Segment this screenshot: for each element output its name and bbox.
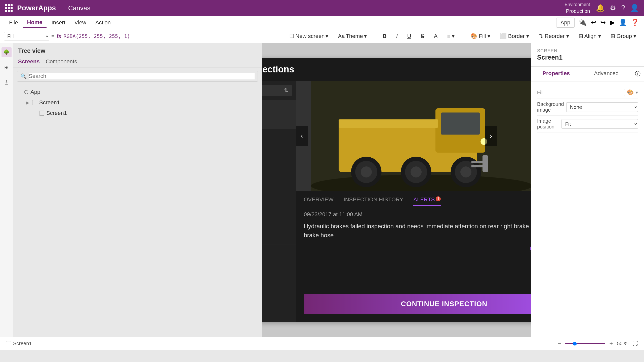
menu-action[interactable]: Action [91, 18, 115, 27]
info-icon[interactable]: ⓘ [631, 67, 644, 81]
app-icon: ⬡ [24, 89, 28, 95]
truck-id-2: 1ABYF [262, 163, 292, 170]
undo-icon[interactable]: ↩ [591, 19, 596, 26]
alert-text: Hydraulic brakes failed inspection and n… [304, 222, 531, 240]
align-btn[interactable]: ⊞ Align ▾ [575, 31, 605, 41]
prev-image-btn[interactable]: ‹ [296, 126, 308, 146]
help-icon[interactable]: ? [621, 4, 625, 12]
truck-item-5[interactable]: 🚛 3ABHH Bay - B09 [262, 245, 296, 270]
bell-icon[interactable]: 🔔 [596, 4, 605, 12]
group-btn[interactable]: ⊞ Group ▾ [607, 31, 640, 41]
user-avatar-top[interactable]: 👤 [630, 4, 639, 12]
redo-icon[interactable]: ↪ [600, 19, 606, 26]
image-pos-select[interactable]: Fit [561, 119, 638, 129]
play-icon[interactable]: ▶ [610, 19, 615, 26]
separator [304, 256, 531, 256]
treeview-icon[interactable]: 🌳 [2, 47, 12, 57]
tree-items: ⬡ App ▶ Screen1 Screen1 [13, 85, 262, 337]
top-bar: PowerApps Canvas Environment Production … [0, 0, 644, 16]
properties-tab[interactable]: Properties [531, 67, 581, 81]
user-icon[interactable]: 👤 [619, 19, 627, 26]
strikethrough-btn[interactable]: S̶ [417, 31, 428, 41]
tree-tabs: Screens Components [13, 56, 262, 68]
menu-file[interactable]: File [5, 18, 22, 27]
zoom-slider[interactable] [565, 343, 605, 344]
share-icon[interactable]: ❓ [631, 19, 639, 26]
screen1-checkbox[interactable] [32, 100, 37, 105]
underline-btn[interactable]: U [404, 31, 415, 41]
truck-item-1[interactable]: 🚛 1VSWQ Bay - B52 In progress [262, 129, 296, 158]
menu-insert[interactable]: Insert [48, 18, 69, 27]
search-input[interactable] [29, 73, 255, 79]
main-image: ‹ › [296, 81, 531, 191]
data-icon[interactable]: 🗄 [2, 77, 12, 87]
truck-id-5: 3ABHH [262, 251, 292, 258]
truck-id-0: 1ABYD [262, 105, 292, 112]
truck-item-4[interactable]: 🚛 1BBWF Bay - F11 Complete [262, 216, 296, 245]
fill-select[interactable]: Fill [4, 32, 49, 40]
bold-btn[interactable]: B [379, 31, 390, 41]
zoom-out-btn[interactable]: − [557, 340, 561, 347]
tab-components[interactable]: Components [46, 56, 77, 67]
tab-screens[interactable]: Screens [18, 56, 40, 67]
app-button[interactable]: App [556, 18, 575, 28]
tab-alerts[interactable]: ALERTS1 [413, 196, 441, 206]
continue-inspection-btn[interactable]: CONTINUE INSPECTION [304, 294, 531, 314]
app-frame: Today's inspections 🔍 Search for a truck… [262, 58, 531, 322]
fullscreen-btn[interactable]: ⛶ [632, 340, 638, 347]
fx-button[interactable]: fx [57, 33, 62, 39]
equals-sign: = [51, 33, 55, 39]
fill-property-label: Fill [537, 90, 544, 96]
menu-home[interactable]: Home [23, 18, 46, 28]
truck-item-0[interactable]: 🚛 1ABYD Bay - C15 Not started [262, 100, 296, 129]
settings-icon[interactable]: ⚙ [610, 4, 616, 12]
connect-icon[interactable]: 🔌 [579, 19, 587, 26]
tab-inspection-history[interactable]: INSPECTION HISTORY [344, 196, 404, 206]
menu-view[interactable]: View [70, 18, 90, 27]
tree-item-screen1[interactable]: ▶ Screen1 [13, 97, 262, 108]
fill-color-swatch[interactable] [618, 89, 625, 96]
fill-chevron[interactable]: ▾ [636, 90, 638, 95]
bg-image-label: Background image [537, 101, 566, 113]
tab-overview[interactable]: OVERVIEW [304, 196, 334, 206]
truck-item-3[interactable]: 🚛 2WBYH Bay - B51 Complete [262, 187, 296, 216]
app-body: 🔍 Search for a truck ⇅ 🚛 1ABYD Ba [262, 81, 531, 322]
truck-item-2[interactable]: 🚛 1ABYF Bay - A14 Complete [262, 158, 296, 187]
zoom-in-btn[interactable]: + [609, 340, 613, 347]
fill-btn[interactable]: 🎨 Fill ▾ [467, 31, 494, 41]
tree-item-app[interactable]: ⬡ App [13, 87, 262, 97]
align-text-btn[interactable]: ≡ ▾ [443, 31, 458, 41]
tree-search[interactable]: 🔍 [17, 71, 258, 82]
fill-icon[interactable]: 🎨 [627, 89, 634, 96]
top-icons: 🔔 ⚙ ? 👤 [596, 4, 639, 12]
status-bar: Screen1 − + 50 % ⛶ [0, 337, 644, 350]
alerts-content: 09/23/2017 at 11:00 AM Hydraulic brakes … [296, 206, 531, 294]
screen-indicator-label: Screen1 [13, 341, 32, 346]
reorder-btn[interactable]: ⇅ Reorder ▾ [535, 31, 573, 41]
toolbar-divider [375, 32, 375, 41]
tree-item-screen1-child[interactable]: Screen1 [13, 108, 262, 118]
truck-id-3: 2WBYH [262, 192, 292, 199]
font-color-btn[interactable]: A [430, 31, 441, 41]
app-header: Today's inspections [262, 58, 531, 81]
components-icon[interactable]: ⊞ [2, 62, 12, 72]
theme-btn[interactable]: Aa Theme ▾ [334, 31, 370, 41]
tabs-area: OVERVIEW INSPECTION HISTORY ALERTS1 [296, 191, 531, 206]
truck-status-0: Not started [262, 119, 292, 124]
italic-btn[interactable]: I [392, 31, 401, 41]
sort-icon[interactable]: ⇅ [284, 87, 288, 94]
toolbar: Fill = fx RGBA(255, 255, 255, 1) ☐ New s… [0, 29, 644, 43]
top-bar-right: Environment Production 🔔 ⚙ ? 👤 [565, 2, 639, 14]
truck-search-bar[interactable]: 🔍 Search for a truck ⇅ [262, 85, 292, 96]
tree-item-label: App [30, 89, 40, 95]
screen1-child-checkbox[interactable] [39, 111, 44, 116]
divider [62, 4, 62, 13]
advanced-tab[interactable]: Advanced [581, 67, 632, 81]
next-image-btn[interactable]: › [485, 126, 497, 146]
app-name: PowerApps [17, 4, 56, 12]
new-screen-btn[interactable]: ☐ New screen ▾ [286, 31, 332, 41]
border-btn[interactable]: ⬜ Border ▾ [496, 31, 533, 41]
bg-image-select[interactable]: None [566, 102, 638, 112]
right-panel: SCREEN Screen1 Properties Advanced ⓘ Fil… [531, 43, 644, 337]
svg-rect-5 [339, 119, 438, 128]
